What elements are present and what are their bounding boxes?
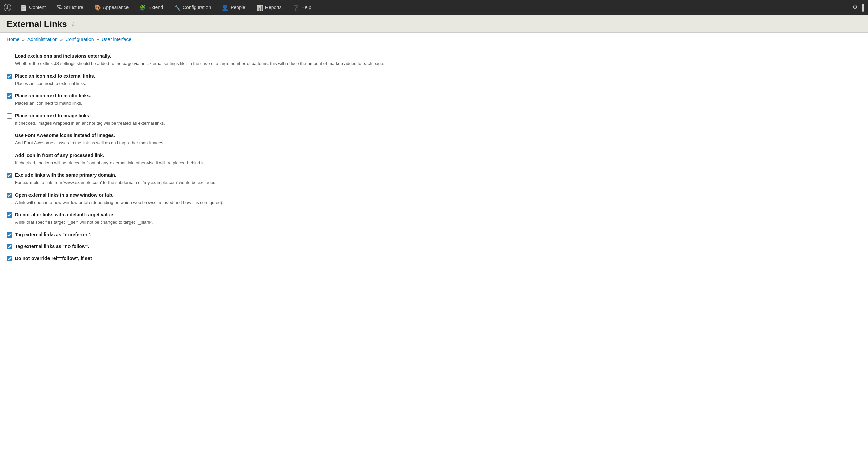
structure-icon: 🏗: [57, 4, 62, 11]
form-item-no_override_follow: Do not override rel="follow", if set: [7, 256, 861, 261]
label-no_override_follow[interactable]: Do not override rel="follow", if set: [15, 256, 92, 261]
checkbox-exclude_primary[interactable]: [7, 173, 12, 178]
label-icon_front[interactable]: Add icon in front of any processed link.: [15, 153, 104, 158]
breadcrumb-separator: »: [59, 37, 64, 42]
extend-icon: 🧩: [139, 4, 146, 11]
nav-label-structure: Structure: [64, 5, 83, 10]
label-icon_mailto[interactable]: Place an icon next to mailto links.: [15, 93, 91, 98]
form-item-nofollow: Tag external links as "no follow".: [7, 244, 861, 249]
form-item-exclude_primary: Exclude links with the same primary doma…: [7, 172, 861, 186]
label-icon_external[interactable]: Place an icon next to external links.: [15, 73, 95, 79]
label-exclude_primary[interactable]: Exclude links with the same primary doma…: [15, 172, 116, 178]
breadcrumb-link-3[interactable]: User interface: [102, 37, 131, 42]
form-item-icon_image: Place an icon next to image links.If che…: [7, 113, 861, 127]
top-navbar: 📄Content🏗Structure🎨Appearance🧩Extend🔧Con…: [0, 0, 868, 15]
description-exclude_primary: For example, a link from 'www.example.co…: [15, 179, 861, 186]
main-content: Load exclusions and inclusions externall…: [0, 46, 868, 465]
checkbox-icon_image[interactable]: [7, 113, 12, 119]
nav-item-content[interactable]: 📄Content: [15, 0, 51, 15]
label-font_awesome[interactable]: Use Font Awesome icons instead of images…: [15, 133, 115, 138]
breadcrumb: Home » Administration » Configuration » …: [0, 33, 868, 46]
checkbox-icon_external[interactable]: [7, 74, 12, 79]
brand-logo[interactable]: [0, 0, 15, 15]
checkbox-new_window[interactable]: [7, 193, 12, 198]
label-load_exclusions[interactable]: Load exclusions and inclusions externall…: [15, 53, 111, 59]
description-font_awesome: Add Font Awesome classes to the link as …: [15, 140, 861, 146]
description-new_window: A link will open in a new window or tab …: [15, 199, 861, 206]
checkbox-icon_front[interactable]: [7, 153, 12, 158]
label-nofollow[interactable]: Tag external links as "no follow".: [15, 244, 89, 249]
checkbox-row-no_alter_target: Do not alter links with a default target…: [7, 212, 861, 218]
form-item-icon_mailto: Place an icon next to mailto links.Place…: [7, 93, 861, 107]
breadcrumb-separator: »: [21, 37, 26, 42]
checkbox-row-font_awesome: Use Font Awesome icons instead of images…: [7, 133, 861, 138]
form-item-load_exclusions: Load exclusions and inclusions externall…: [7, 53, 861, 67]
form-item-icon_front: Add icon in front of any processed link.…: [7, 153, 861, 166]
nav-item-reports[interactable]: 📊Reports: [251, 0, 287, 15]
nav-label-help: Help: [301, 5, 311, 10]
checkbox-row-no_override_follow: Do not override rel="follow", if set: [7, 256, 861, 261]
help-icon: ❓: [293, 4, 299, 11]
checkbox-no_alter_target[interactable]: [7, 212, 12, 218]
form-item-font_awesome: Use Font Awesome icons instead of images…: [7, 133, 861, 146]
breadcrumb-separator: »: [95, 37, 101, 42]
checkbox-row-icon_image: Place an icon next to image links.: [7, 113, 861, 119]
nav-label-configuration: Configuration: [183, 5, 211, 10]
checkbox-row-icon_external: Place an icon next to external links.: [7, 73, 861, 79]
nav-item-appearance[interactable]: 🎨Appearance: [89, 0, 134, 15]
people-icon: 👤: [222, 4, 229, 11]
page-header: External Links ☆: [0, 15, 868, 33]
form-item-new_window: Open external links in a new window or t…: [7, 192, 861, 206]
checkbox-row-load_exclusions: Load exclusions and inclusions externall…: [7, 53, 861, 59]
form-item-noreferrer: Tag external links as "noreferrer".: [7, 232, 861, 238]
description-icon_front: If checked, the icon will be placed in f…: [15, 160, 861, 166]
label-noreferrer[interactable]: Tag external links as "noreferrer".: [15, 232, 91, 237]
checkbox-row-icon_front: Add icon in front of any processed link.: [7, 153, 861, 158]
checkbox-row-noreferrer: Tag external links as "noreferrer".: [7, 232, 861, 238]
nav-label-content: Content: [29, 5, 46, 10]
nav-item-structure[interactable]: 🏗Structure: [51, 0, 89, 15]
description-icon_mailto: Places an icon next to mailto links.: [15, 100, 861, 107]
description-icon_external: Places an icon next to external links.: [15, 80, 861, 87]
form-item-icon_external: Place an icon next to external links.Pla…: [7, 73, 861, 87]
favorite-star-icon[interactable]: ☆: [71, 20, 77, 28]
checkbox-no_override_follow[interactable]: [7, 256, 12, 261]
page-title: External Links: [7, 19, 67, 29]
appearance-icon: 🎨: [94, 4, 101, 11]
nav-item-extend[interactable]: 🧩Extend: [134, 0, 169, 15]
checkbox-font_awesome[interactable]: [7, 133, 12, 138]
label-no_alter_target[interactable]: Do not alter links with a default target…: [15, 212, 113, 217]
checkbox-load_exclusions[interactable]: [7, 54, 12, 59]
checkbox-icon_mailto[interactable]: [7, 93, 12, 99]
checkbox-nofollow[interactable]: [7, 244, 12, 249]
nav-items: 📄Content🏗Structure🎨Appearance🧩Extend🔧Con…: [15, 0, 848, 15]
reports-icon: 📊: [256, 4, 263, 11]
user-menu[interactable]: ⚙ ▐: [848, 0, 868, 15]
checkbox-noreferrer[interactable]: [7, 232, 12, 238]
description-no_alter_target: A link that specifies target='_self' wil…: [15, 219, 861, 226]
description-icon_image: If checked, images wrapped in an anchor …: [15, 120, 861, 127]
breadcrumb-link-2[interactable]: Configuration: [65, 37, 94, 42]
nav-item-people[interactable]: 👤People: [216, 0, 251, 15]
description-load_exclusions: Whether the extlink JS settings should b…: [15, 60, 861, 67]
breadcrumb-link-1[interactable]: Administration: [27, 37, 58, 42]
label-icon_image[interactable]: Place an icon next to image links.: [15, 113, 91, 118]
svg-point-1: [7, 5, 8, 7]
nav-item-help[interactable]: ❓Help: [287, 0, 317, 15]
nav-label-reports: Reports: [265, 5, 282, 10]
nav-label-extend: Extend: [148, 5, 163, 10]
configuration-icon: 🔧: [174, 4, 181, 11]
checkbox-row-nofollow: Tag external links as "no follow".: [7, 244, 861, 249]
label-new_window[interactable]: Open external links in a new window or t…: [15, 192, 113, 198]
checkbox-row-icon_mailto: Place an icon next to mailto links.: [7, 93, 861, 99]
breadcrumb-link-0[interactable]: Home: [7, 37, 19, 42]
nav-label-people: People: [231, 5, 245, 10]
checkbox-row-exclude_primary: Exclude links with the same primary doma…: [7, 172, 861, 178]
form-item-no_alter_target: Do not alter links with a default target…: [7, 212, 861, 226]
nav-label-appearance: Appearance: [103, 5, 129, 10]
content-icon: 📄: [20, 4, 27, 11]
nav-item-configuration[interactable]: 🔧Configuration: [169, 0, 216, 15]
checkbox-row-new_window: Open external links in a new window or t…: [7, 192, 861, 198]
